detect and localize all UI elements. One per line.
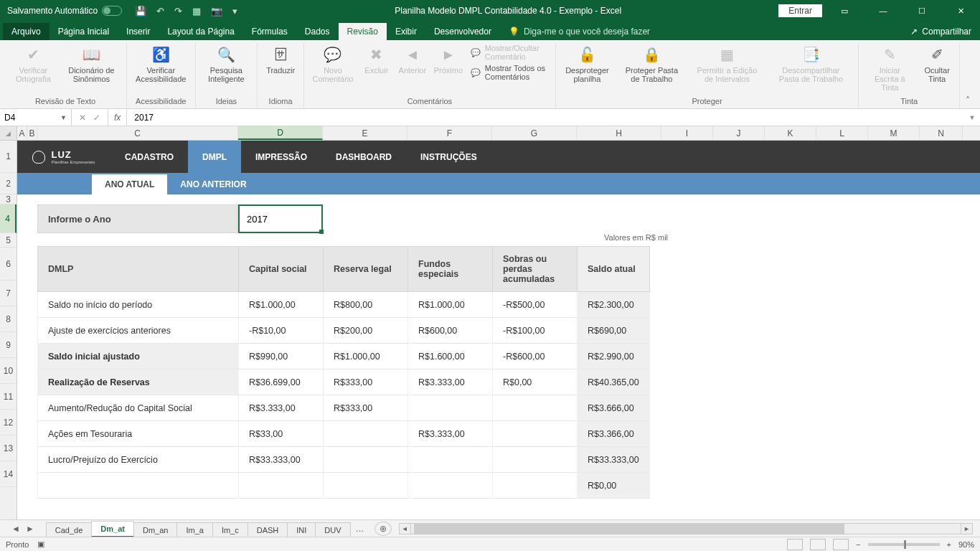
- chevron-down-icon[interactable]: ▼: [60, 114, 67, 121]
- row-1[interactable]: 1: [0, 141, 17, 173]
- cell[interactable]: [324, 473, 408, 499]
- sheet-tab[interactable]: DUV: [315, 522, 350, 537]
- cell[interactable]: R$1.000,00: [239, 292, 324, 318]
- col-D[interactable]: D: [238, 126, 323, 140]
- nav-dashboard[interactable]: DASHBOARD: [321, 141, 406, 173]
- col-C[interactable]: C: [37, 126, 238, 140]
- row-label[interactable]: Lucro/Prejuízo do Exercício: [38, 447, 239, 473]
- cancel-formula-icon[interactable]: ✕: [79, 113, 86, 123]
- cell[interactable]: R$690,00: [578, 318, 650, 344]
- cell[interactable]: R$3.333,00: [408, 421, 493, 447]
- col-F[interactable]: F: [407, 126, 492, 140]
- cell[interactable]: [239, 473, 324, 499]
- nav-cadastro[interactable]: CADASTRO: [110, 141, 188, 173]
- row-6[interactable]: 6: [0, 248, 17, 281]
- col-J[interactable]: J: [713, 126, 765, 140]
- tab-insert[interactable]: Inserir: [118, 23, 159, 40]
- col-M[interactable]: M: [868, 126, 920, 140]
- row-2[interactable]: 2: [0, 173, 17, 194]
- row-label[interactable]: Saldo inicial ajustado: [38, 344, 239, 369]
- view-pagebreak-icon[interactable]: [833, 539, 849, 550]
- sheet-tab[interactable]: Cad_de: [46, 522, 93, 537]
- tab-developer[interactable]: Desenvolvedor: [425, 23, 500, 40]
- show-hide-comment[interactable]: 💬Mostrar/Ocultar Comentário: [468, 43, 551, 62]
- protect-workbook-button[interactable]: 🔒Proteger Pasta de Trabalho: [617, 43, 686, 85]
- zoom-out-icon[interactable]: −: [856, 540, 860, 549]
- cell[interactable]: R$1.000,00: [408, 292, 493, 318]
- row-label[interactable]: Aumento/Redução do Capital Social: [38, 395, 239, 421]
- cell[interactable]: R$3.333,00: [239, 395, 324, 421]
- cell[interactable]: R$1.000,00: [324, 344, 408, 369]
- spelling-button[interactable]: ✔Verificar Ortografia: [9, 43, 58, 85]
- name-box[interactable]: D4▼: [0, 109, 72, 126]
- col-I[interactable]: I: [661, 126, 713, 140]
- macro-icon[interactable]: ▣: [37, 540, 44, 549]
- cell[interactable]: [493, 473, 578, 499]
- tab-review[interactable]: Revisão: [339, 23, 387, 40]
- close-button[interactable]: ✕: [944, 0, 977, 22]
- cell[interactable]: R$33.333,00: [239, 447, 324, 473]
- cell[interactable]: R$3.666,00: [578, 395, 650, 421]
- redo-icon[interactable]: ↷: [174, 6, 182, 17]
- row-3[interactable]: 3: [0, 194, 17, 204]
- cell[interactable]: R$800,00: [324, 292, 408, 318]
- next-comment-button[interactable]: ►Próximo: [432, 43, 465, 76]
- tab-view[interactable]: Exibir: [387, 23, 425, 40]
- view-normal-icon[interactable]: [787, 539, 803, 550]
- row-label[interactable]: Saldo no início do período: [38, 292, 239, 318]
- translate-button[interactable]: 🈂Traduzir: [262, 43, 299, 76]
- unprotect-sheet-button[interactable]: 🔓Desproteger planilha: [560, 43, 615, 85]
- maximize-button[interactable]: ☐: [905, 0, 938, 22]
- tell-me[interactable]: 💡Diga-me o que você deseja fazer: [500, 23, 659, 40]
- share-button[interactable]: ↗Compartilhar: [902, 23, 980, 40]
- zoom-level[interactable]: 90%: [958, 540, 974, 549]
- col-N[interactable]: N: [920, 126, 963, 140]
- cell[interactable]: -R$500,00: [493, 292, 578, 318]
- select-all-cell[interactable]: ◢: [0, 126, 17, 140]
- cell[interactable]: -R$10,00: [239, 318, 324, 344]
- cell[interactable]: [408, 447, 493, 473]
- zoom-slider[interactable]: [868, 543, 940, 546]
- row-label[interactable]: Ações em Tesouraria: [38, 421, 239, 447]
- expand-formula-icon[interactable]: ▼: [964, 109, 980, 126]
- formula-input[interactable]: 2017: [127, 109, 964, 126]
- sheet-tab[interactable]: Dm_an: [133, 522, 177, 537]
- cell[interactable]: R$2.990,00: [578, 344, 650, 369]
- row-label[interactable]: Ajuste de exercícios anteriores: [38, 318, 239, 344]
- new-sheet-button[interactable]: ⊕: [374, 522, 392, 536]
- toggle-icon[interactable]: [102, 6, 122, 16]
- row-label[interactable]: Realização de Reservas: [38, 369, 239, 395]
- ribbon-options-icon[interactable]: ▭: [828, 0, 861, 22]
- cell[interactable]: R$200,00: [324, 318, 408, 344]
- cell[interactable]: R$40.365,00: [578, 369, 650, 395]
- tab-formulas[interactable]: Fórmulas: [243, 23, 296, 40]
- ink-hide-button[interactable]: ✐Ocultar Tinta: [919, 43, 955, 85]
- cell[interactable]: [493, 395, 578, 421]
- cell[interactable]: [408, 395, 493, 421]
- sheet-tab[interactable]: INI: [287, 522, 316, 537]
- enter-formula-icon[interactable]: ✓: [93, 113, 100, 123]
- row-14[interactable]: 14: [0, 461, 17, 487]
- cell[interactable]: R$0,00: [493, 369, 578, 395]
- sheet-tab[interactable]: Dm_at: [91, 521, 134, 537]
- qat-dropdown-icon[interactable]: ▾: [232, 6, 237, 17]
- cell[interactable]: -R$600,00: [493, 344, 578, 369]
- smart-lookup-button[interactable]: 🔍Pesquisa Inteligente: [200, 43, 253, 85]
- show-all-comments[interactable]: 💬Mostrar Todos os Comentários: [468, 63, 551, 82]
- cell[interactable]: R$33,00: [239, 421, 324, 447]
- row-4[interactable]: 4: [0, 204, 17, 233]
- col-A[interactable]: A: [17, 126, 27, 140]
- scroll-left-icon[interactable]: ◄: [400, 524, 411, 534]
- qat-icon[interactable]: ▦: [192, 6, 201, 17]
- cell[interactable]: [493, 447, 578, 473]
- sheet-tab[interactable]: Im_a: [176, 522, 212, 537]
- minimize-button[interactable]: —: [867, 0, 900, 22]
- col-L[interactable]: L: [816, 126, 868, 140]
- row-7[interactable]: 7: [0, 281, 17, 306]
- cell[interactable]: [493, 421, 578, 447]
- col-K[interactable]: K: [765, 126, 816, 140]
- cell[interactable]: R$333,00: [324, 369, 408, 395]
- row-label[interactable]: [38, 473, 239, 499]
- row-8[interactable]: 8: [0, 306, 17, 332]
- cell[interactable]: [324, 421, 408, 447]
